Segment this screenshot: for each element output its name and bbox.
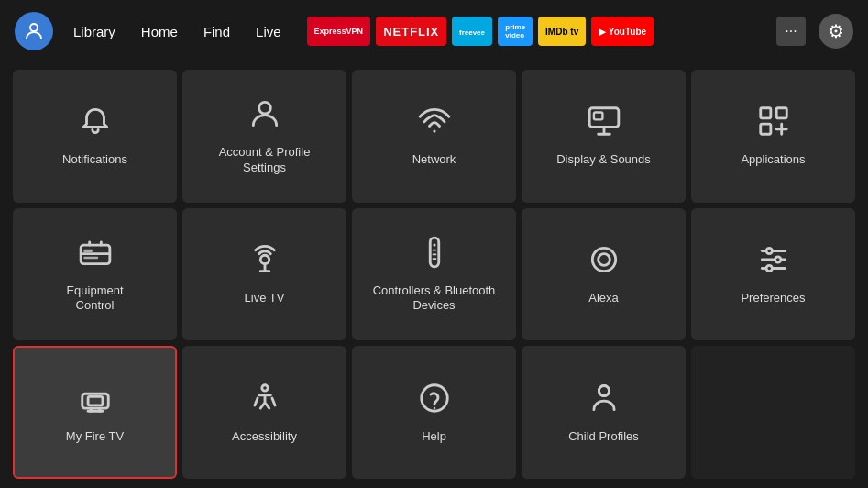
svg-point-20 — [598, 254, 610, 266]
svg-point-25 — [775, 257, 780, 262]
app-imdbtv[interactable]: IMDb tv — [538, 17, 586, 46]
svg-point-0 — [30, 24, 38, 31]
nav-library[interactable]: Library — [62, 18, 126, 45]
apps-icon — [756, 104, 791, 143]
accessibility-label: Accessibility — [232, 429, 297, 445]
svg-rect-9 — [760, 125, 770, 135]
help-icon — [417, 381, 452, 420]
display-sounds-label: Display & Sounds — [556, 152, 651, 168]
svg-point-4 — [433, 130, 435, 133]
svg-rect-12 — [83, 256, 98, 258]
remote-icon — [417, 235, 452, 274]
svg-rect-17 — [432, 253, 436, 255]
controllers-bluetooth-label: Controllers & Bluetooth Devices — [373, 283, 496, 315]
grid-item-notifications[interactable]: Notifications — [13, 70, 177, 203]
child-icon — [587, 381, 621, 420]
svg-point-36 — [599, 385, 609, 395]
svg-rect-7 — [760, 108, 770, 118]
app-netflix[interactable]: NETFLIX — [376, 17, 446, 46]
svg-point-3 — [258, 102, 270, 114]
app-youtube[interactable]: ▶ YouTube — [591, 17, 654, 46]
wifi-icon — [417, 104, 452, 143]
monitor-icon — [587, 104, 621, 143]
antenna-icon — [247, 242, 282, 282]
grid-item-account-profile[interactable]: Account & Profile Settings — [182, 70, 346, 203]
svg-point-32 — [261, 384, 267, 390]
tv-icon — [78, 235, 113, 274]
svg-rect-18 — [432, 258, 436, 260]
grid-item-alexa[interactable]: Alexa — [522, 208, 686, 341]
applications-label: Applications — [741, 152, 805, 168]
app-primevideo[interactable]: primevideo — [498, 17, 533, 46]
svg-point-34 — [433, 407, 435, 410]
svg-rect-6 — [593, 113, 602, 120]
svg-text:freevee: freevee — [459, 28, 485, 37]
grid-item-equipment-control[interactable]: Equipment Control — [13, 208, 177, 341]
grid-item-preferences[interactable]: Preferences — [691, 208, 855, 341]
help-label: Help — [422, 429, 446, 445]
grid-item-applications[interactable]: Applications — [691, 70, 855, 203]
top-nav: Library Home Find Live ExpressVPN NETFLI… — [0, 0, 868, 62]
account-profile-label: Account & Profile Settings — [219, 145, 311, 176]
alexa-label: Alexa — [588, 291, 619, 306]
svg-rect-14 — [430, 238, 439, 267]
nav-live[interactable]: Live — [245, 18, 292, 45]
app-expressvpn[interactable]: ExpressVPN — [307, 17, 371, 46]
person-icon — [247, 96, 282, 136]
preferences-label: Preferences — [741, 291, 805, 306]
svg-point-15 — [433, 243, 435, 246]
accessibility-icon — [247, 381, 282, 420]
alexa-icon — [587, 242, 621, 282]
nav-links: Library Home Find Live — [62, 18, 292, 45]
svg-point-26 — [766, 265, 772, 271]
grid-item-live-tv[interactable]: Live TV — [182, 208, 346, 341]
firetv-icon — [78, 381, 113, 420]
nav-find[interactable]: Find — [192, 18, 241, 45]
grid-item-empty — [691, 346, 855, 479]
grid-item-display-sounds[interactable]: Display & Sounds — [522, 70, 686, 203]
svg-rect-8 — [776, 108, 786, 118]
child-profiles-label: Child Profiles — [568, 429, 639, 445]
sliders-icon — [756, 242, 791, 282]
network-label: Network — [412, 152, 456, 168]
settings-gear-button[interactable]: ⚙ — [819, 14, 853, 49]
grid-item-help[interactable]: Help — [352, 346, 516, 479]
my-fire-tv-label: My Fire TV — [66, 429, 124, 445]
svg-point-19 — [592, 248, 615, 271]
svg-rect-16 — [432, 249, 436, 250]
app-freevee[interactable]: freevee — [452, 17, 492, 46]
grid-item-network[interactable]: Network — [352, 70, 516, 203]
more-apps-button[interactable]: ··· — [776, 17, 806, 46]
equipment-control-label: Equipment Control — [66, 283, 123, 315]
live-tv-label: Live TV — [245, 291, 285, 306]
grid-item-accessibility[interactable]: Accessibility — [182, 346, 346, 479]
svg-rect-28 — [88, 396, 103, 405]
svg-point-24 — [766, 248, 772, 253]
grid-item-child-profiles[interactable]: Child Profiles — [522, 346, 686, 479]
nav-home[interactable]: Home — [130, 18, 189, 45]
notifications-label: Notifications — [62, 152, 127, 168]
avatar[interactable] — [15, 12, 53, 50]
grid-item-controllers-bluetooth[interactable]: Controllers & Bluetooth Devices — [352, 208, 516, 341]
nav-apps: ExpressVPN NETFLIX freevee primevideo IM… — [307, 17, 654, 46]
svg-rect-11 — [83, 249, 93, 251]
settings-grid: Notifications Account & Profile Settings… — [0, 62, 868, 488]
grid-item-my-fire-tv[interactable]: My Fire TV — [13, 346, 177, 479]
bell-icon — [78, 104, 113, 143]
